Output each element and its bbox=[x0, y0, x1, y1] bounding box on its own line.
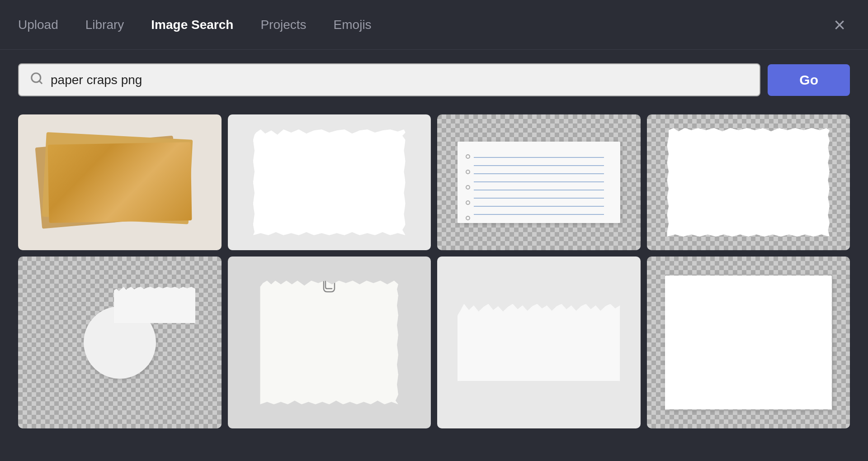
image-result-4[interactable] bbox=[647, 114, 850, 250]
image-result-1[interactable] bbox=[18, 114, 222, 250]
tab-image-search[interactable]: Image Search bbox=[151, 14, 233, 36]
search-bar-area: Go bbox=[0, 50, 868, 110]
close-button[interactable]: × bbox=[829, 13, 850, 37]
tab-library[interactable]: Library bbox=[85, 14, 124, 36]
nav-tabs: Upload Library Image Search Projects Emo… bbox=[18, 14, 829, 36]
image-result-8[interactable] bbox=[647, 257, 850, 428]
go-button[interactable]: Go bbox=[768, 64, 850, 96]
image-result-2[interactable] bbox=[228, 114, 431, 250]
image-result-6[interactable] bbox=[228, 257, 431, 428]
search-icon bbox=[30, 71, 43, 88]
image-result-7[interactable] bbox=[437, 257, 641, 428]
search-input[interactable] bbox=[51, 73, 749, 87]
header: Upload Library Image Search Projects Emo… bbox=[0, 0, 868, 50]
image-result-5[interactable] bbox=[18, 257, 222, 428]
svg-line-1 bbox=[39, 81, 42, 83]
image-grid bbox=[0, 110, 868, 442]
tab-emojis[interactable]: Emojis bbox=[334, 14, 372, 36]
tab-upload[interactable]: Upload bbox=[18, 14, 58, 36]
tab-projects[interactable]: Projects bbox=[260, 14, 306, 36]
image-result-3[interactable] bbox=[437, 114, 641, 250]
search-input-wrapper bbox=[18, 63, 760, 96]
